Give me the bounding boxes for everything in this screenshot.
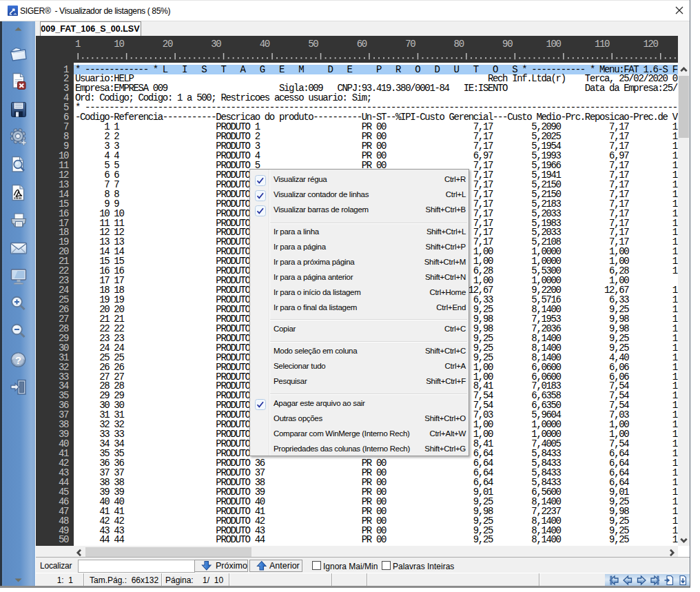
svg-text:?: ? [15, 354, 21, 366]
